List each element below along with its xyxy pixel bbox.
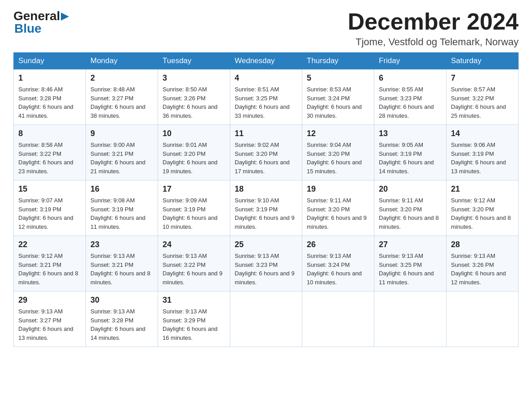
calendar-cell: 25 Sunrise: 9:13 AM Sunset: 3:23 PM Dayl… <box>230 236 302 291</box>
day-number: 27 <box>379 239 442 251</box>
title-section: December 2024 Tjome, Vestfold og Telemar… <box>348 9 519 48</box>
sunset-text: Sunset: 3:29 PM <box>163 317 206 324</box>
calendar-cell: 24 Sunrise: 9:13 AM Sunset: 3:22 PM Dayl… <box>158 236 230 291</box>
calendar-week-row-1: 1 Sunrise: 8:46 AM Sunset: 3:28 PM Dayli… <box>14 69 519 125</box>
sunset-text: Sunset: 3:25 PM <box>235 95 278 102</box>
sunrise-text: Sunrise: 9:13 AM <box>18 308 63 315</box>
daylight-text: Daylight: 6 hours and 9 minutes. <box>307 214 367 230</box>
calendar-week-row-4: 22 Sunrise: 9:12 AM Sunset: 3:21 PM Dayl… <box>14 236 519 291</box>
sunset-text: Sunset: 3:20 PM <box>163 150 206 157</box>
sunrise-text: Sunrise: 9:13 AM <box>163 253 207 259</box>
calendar-cell: 15 Sunrise: 9:07 AM Sunset: 3:19 PM Dayl… <box>14 180 86 236</box>
sunrise-text: Sunrise: 8:51 AM <box>235 86 279 93</box>
sunset-text: Sunset: 3:19 PM <box>90 206 133 213</box>
sunrise-text: Sunrise: 9:02 AM <box>235 141 279 148</box>
calendar-cell: 12 Sunrise: 9:04 AM Sunset: 3:20 PM Dayl… <box>302 125 374 180</box>
day-number: 4 <box>235 72 297 84</box>
daylight-text: Daylight: 6 hours and 8 minutes. <box>90 270 150 286</box>
calendar-cell <box>446 291 519 347</box>
sunset-text: Sunset: 3:19 PM <box>379 150 422 157</box>
page-header: General Blue December 2024 Tjome, Vestfo… <box>13 9 519 48</box>
daylight-text: Daylight: 6 hours and 33 minutes. <box>235 103 290 119</box>
day-number: 14 <box>451 128 514 140</box>
daylight-text: Daylight: 6 hours and 23 minutes. <box>18 159 73 175</box>
col-friday: Friday <box>374 53 446 69</box>
sunset-text: Sunset: 3:25 PM <box>379 261 422 268</box>
day-number: 16 <box>90 183 153 195</box>
calendar-cell: 5 Sunrise: 8:53 AM Sunset: 3:24 PM Dayli… <box>302 69 374 125</box>
sunset-text: Sunset: 3:28 PM <box>18 95 61 102</box>
sunrise-text: Sunrise: 9:13 AM <box>90 308 135 315</box>
sunrise-text: Sunrise: 9:00 AM <box>90 141 135 148</box>
calendar-cell: 3 Sunrise: 8:50 AM Sunset: 3:26 PM Dayli… <box>158 69 230 125</box>
sunset-text: Sunset: 3:22 PM <box>163 261 206 268</box>
sunset-text: Sunset: 3:23 PM <box>235 261 278 268</box>
calendar-cell: 6 Sunrise: 8:55 AM Sunset: 3:23 PM Dayli… <box>374 69 446 125</box>
calendar-cell: 13 Sunrise: 9:05 AM Sunset: 3:19 PM Dayl… <box>374 125 446 180</box>
col-wednesday: Wednesday <box>230 53 302 69</box>
day-number: 30 <box>90 294 153 306</box>
sunset-text: Sunset: 3:20 PM <box>235 150 278 157</box>
daylight-text: Daylight: 6 hours and 28 minutes. <box>379 103 434 119</box>
calendar-cell: 20 Sunrise: 9:11 AM Sunset: 3:20 PM Dayl… <box>374 180 446 236</box>
day-number: 18 <box>235 183 297 195</box>
calendar-header-row: Sunday Monday Tuesday Wednesday Thursday… <box>14 53 519 69</box>
month-title: December 2024 <box>348 9 519 34</box>
sunset-text: Sunset: 3:22 PM <box>451 95 494 102</box>
day-number: 11 <box>235 128 297 140</box>
sunset-text: Sunset: 3:19 PM <box>451 150 494 157</box>
sunrise-text: Sunrise: 9:07 AM <box>18 197 63 204</box>
col-thursday: Thursday <box>302 53 374 69</box>
sunrise-text: Sunrise: 9:11 AM <box>379 197 423 204</box>
sunrise-text: Sunrise: 9:12 AM <box>18 253 63 259</box>
sunrise-text: Sunrise: 9:09 AM <box>163 197 207 204</box>
sunset-text: Sunset: 3:21 PM <box>18 261 61 268</box>
daylight-text: Daylight: 6 hours and 8 minutes. <box>379 214 439 230</box>
day-number: 8 <box>18 128 81 140</box>
sunset-text: Sunset: 3:24 PM <box>307 261 350 268</box>
calendar-cell: 9 Sunrise: 9:00 AM Sunset: 3:21 PM Dayli… <box>86 125 158 180</box>
calendar-cell: 4 Sunrise: 8:51 AM Sunset: 3:25 PM Dayli… <box>230 69 302 125</box>
calendar-cell: 16 Sunrise: 9:08 AM Sunset: 3:19 PM Dayl… <box>86 180 158 236</box>
day-number: 19 <box>307 183 369 195</box>
calendar-cell: 29 Sunrise: 9:13 AM Sunset: 3:27 PM Dayl… <box>14 291 86 347</box>
sunrise-text: Sunrise: 8:50 AM <box>163 86 207 93</box>
sunset-text: Sunset: 3:21 PM <box>90 261 133 268</box>
calendar-cell: 27 Sunrise: 9:13 AM Sunset: 3:25 PM Dayl… <box>374 236 446 291</box>
calendar-cell: 23 Sunrise: 9:13 AM Sunset: 3:21 PM Dayl… <box>86 236 158 291</box>
sunrise-text: Sunrise: 9:13 AM <box>90 253 135 259</box>
day-number: 7 <box>451 72 514 84</box>
sunrise-text: Sunrise: 8:53 AM <box>307 86 351 93</box>
daylight-text: Daylight: 6 hours and 12 minutes. <box>451 270 506 286</box>
day-number: 13 <box>379 128 442 140</box>
day-number: 25 <box>235 239 297 251</box>
col-tuesday: Tuesday <box>158 53 230 69</box>
sunset-text: Sunset: 3:24 PM <box>307 95 350 102</box>
daylight-text: Daylight: 6 hours and 9 minutes. <box>235 214 295 230</box>
daylight-text: Daylight: 6 hours and 30 minutes. <box>307 103 362 119</box>
day-number: 28 <box>451 239 514 251</box>
location-subtitle: Tjome, Vestfold og Telemark, Norway <box>348 36 519 48</box>
day-number: 31 <box>163 294 225 306</box>
calendar-week-row-5: 29 Sunrise: 9:13 AM Sunset: 3:27 PM Dayl… <box>14 291 519 347</box>
sunrise-text: Sunrise: 9:05 AM <box>379 141 423 148</box>
sunrise-text: Sunrise: 8:55 AM <box>379 86 423 93</box>
calendar-cell: 21 Sunrise: 9:12 AM Sunset: 3:20 PM Dayl… <box>446 180 519 236</box>
calendar-cell: 14 Sunrise: 9:06 AM Sunset: 3:19 PM Dayl… <box>446 125 519 180</box>
col-saturday: Saturday <box>446 53 519 69</box>
calendar-cell: 7 Sunrise: 8:57 AM Sunset: 3:22 PM Dayli… <box>446 69 519 125</box>
day-number: 6 <box>379 72 442 84</box>
sunrise-text: Sunrise: 9:13 AM <box>451 253 495 259</box>
daylight-text: Daylight: 6 hours and 12 minutes. <box>18 214 73 230</box>
day-number: 15 <box>18 183 81 195</box>
col-sunday: Sunday <box>14 53 86 69</box>
sunset-text: Sunset: 3:28 PM <box>90 317 133 324</box>
daylight-text: Daylight: 6 hours and 11 minutes. <box>90 214 146 230</box>
day-number: 29 <box>18 294 81 306</box>
sunset-text: Sunset: 3:19 PM <box>163 206 206 213</box>
day-number: 2 <box>90 72 153 84</box>
sunset-text: Sunset: 3:21 PM <box>90 150 133 157</box>
logo-blue-text: Blue <box>13 21 42 36</box>
calendar-cell: 1 Sunrise: 8:46 AM Sunset: 3:28 PM Dayli… <box>14 69 86 125</box>
sunset-text: Sunset: 3:22 PM <box>18 150 61 157</box>
